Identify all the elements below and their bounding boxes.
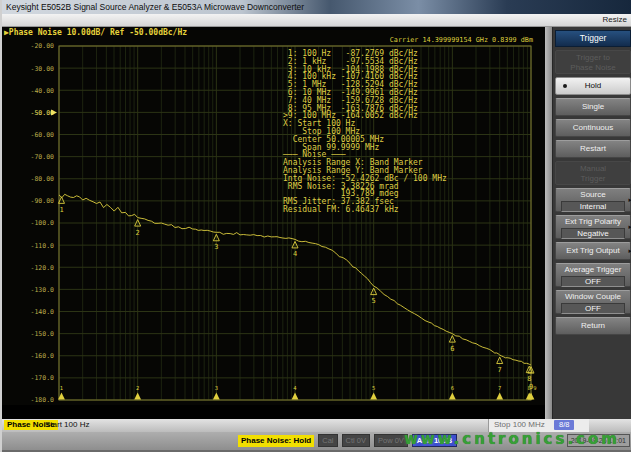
softkey-single[interactable]: Single	[555, 98, 631, 116]
softkey-return[interactable]: Return	[555, 317, 631, 335]
title-bar: Keysight E5052B Signal Source Analyzer &…	[2, 0, 631, 14]
svg-text:-70.00: -70.00	[31, 153, 55, 161]
softkey-average-trigger-value: OFF	[561, 276, 625, 287]
average-count-badge: 8/8	[554, 420, 574, 430]
svg-text:-50.00: -50.00	[31, 109, 55, 117]
svg-text:-100.0: -100.0	[31, 219, 55, 227]
svg-text:-120.0: -120.0	[31, 264, 55, 272]
instrument-status-bar: Phase Noise: Hold Cal Ctl 0V Pow 0V Attn…	[2, 432, 631, 450]
svg-text:3: 3	[215, 385, 218, 391]
softkey-window-couple-value: OFF	[561, 303, 625, 314]
svg-text:2: 2	[136, 385, 139, 391]
softkey-menu: Trigger Trigger toPhase NoiseHoldSingleC…	[545, 27, 631, 419]
sweep-status-bar: Phase Noise Start 100 Hz Stop 100 MHz 8/…	[2, 419, 631, 432]
datetime-display: 2019-09-26 17:01	[567, 434, 630, 447]
sweep-start-label: Start 100 Hz	[45, 420, 89, 430]
dc-control-cell: Ctl 0V	[342, 434, 370, 447]
marker-readout-table: 1: 100 Hz -87.2769 dBc/Hz 2: 1 kHz -97.5…	[283, 50, 447, 214]
softkey-window-couple[interactable]: Window CoupleOFF	[555, 290, 631, 314]
svg-text:-170.0: -170.0	[31, 374, 55, 382]
softkey-restart[interactable]: Restart	[555, 140, 631, 158]
softkey-ext-trig-polarity-value: Negative	[561, 228, 625, 239]
phase-noise-plot[interactable]: -20.00-30.00-40.00-50.00-60.00-70.00-80.…	[2, 27, 545, 405]
svg-text:1: 1	[59, 206, 63, 214]
ref-level-arrow-icon	[51, 109, 57, 115]
svg-text:6: 6	[451, 385, 454, 391]
svg-text:-130.0: -130.0	[31, 286, 55, 294]
radio-dot-icon	[563, 84, 567, 88]
svg-text:7: 7	[498, 385, 501, 391]
svg-text:-150.0: -150.0	[31, 330, 55, 338]
svg-text:2: 2	[136, 229, 140, 237]
cal-status-cell: Cal	[318, 434, 337, 447]
svg-text:-30.00: -30.00	[31, 65, 55, 73]
softkey-continuous[interactable]: Continuous	[555, 119, 631, 137]
softkey-menu-edge	[545, 27, 553, 419]
svg-text:6: 6	[450, 345, 454, 353]
svg-text:-180.0: -180.0	[31, 396, 55, 404]
sweep-stop-label: Stop 100 MHz	[494, 420, 545, 430]
svg-text:-90.00: -90.00	[31, 197, 55, 205]
menu-bar: Resize	[2, 14, 631, 27]
svg-text:9: 9	[533, 385, 536, 391]
svg-text:-140.0: -140.0	[31, 308, 55, 316]
softkey-average-trigger[interactable]: Average TriggerOFF	[555, 263, 631, 287]
svg-text:-110.0: -110.0	[31, 242, 55, 250]
svg-text:-80.00: -80.00	[31, 175, 55, 183]
softkey-manual-trigger: ManualTrigger	[555, 161, 631, 185]
y-axis-labels: -20.00-30.00-40.00-50.00-60.00-70.00-80.…	[31, 42, 55, 404]
svg-text:-40.00: -40.00	[31, 87, 55, 95]
svg-text:7: 7	[498, 366, 502, 374]
softkey-ext-trig-output[interactable]: Ext Trig Output▸	[555, 242, 631, 260]
svg-text:-60.00: -60.00	[31, 131, 55, 139]
softkey-hold[interactable]: Hold	[555, 77, 631, 95]
softkey-menu-title: Trigger	[555, 30, 631, 47]
instrument-screen: ▶Phase Noise 10.00dB/ Ref -50.00dBc/Hz -…	[2, 27, 545, 405]
resize-button[interactable]: Resize	[603, 14, 627, 26]
app-window: Keysight E5052B Signal Source Analyzer &…	[0, 0, 631, 452]
softkey-source-value: Internal	[561, 201, 625, 212]
svg-text:-160.0: -160.0	[31, 352, 55, 360]
attenuator-badge: Attn 10dB	[412, 434, 457, 447]
svg-text:1: 1	[60, 385, 63, 391]
softkey-trigger-to-phase-noise: Trigger toPhase Noise	[555, 50, 631, 74]
softkey-source[interactable]: SourceInternal▸	[555, 188, 631, 212]
svg-text:3: 3	[214, 243, 218, 251]
svg-text:5: 5	[372, 297, 376, 305]
svg-text:4: 4	[293, 385, 297, 391]
svg-text:5: 5	[372, 385, 375, 391]
svg-text:4: 4	[293, 250, 297, 258]
carrier-readout: Carrier 14.399999154 GHz 0.8399 dBm	[390, 36, 533, 44]
measurement-state-badge: Phase Noise: Hold	[238, 435, 314, 447]
dc-power-cell: Pow 0V	[374, 434, 408, 447]
window-title: Keysight E5052B Signal Source Analyzer &…	[6, 2, 304, 12]
svg-text:-20.00: -20.00	[31, 42, 55, 50]
softkey-ext-trig-polarity[interactable]: Ext Trig PolarityNegative▸	[555, 215, 631, 239]
